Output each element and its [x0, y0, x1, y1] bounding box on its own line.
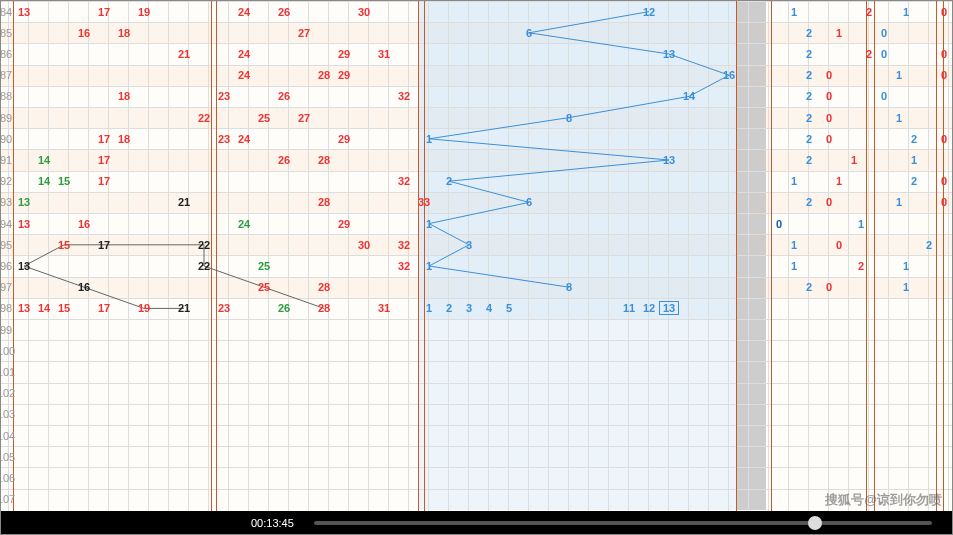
- cell-value: 18: [114, 90, 134, 102]
- cell-value: 17: [94, 133, 114, 145]
- cell-value: 0: [934, 196, 953, 208]
- cell-value: 1: [784, 175, 804, 187]
- chart-container: 8485868788899091929394959697989910010110…: [0, 0, 953, 535]
- cell-value: 2: [919, 239, 939, 251]
- cell-value: 88: [0, 90, 16, 102]
- cell-value: 13: [14, 6, 34, 18]
- cell-value: 0: [819, 281, 839, 293]
- cell-value: 28: [314, 302, 334, 314]
- cell-value: 28: [314, 281, 334, 293]
- cell-value: 17: [94, 302, 114, 314]
- cell-value: 12: [639, 302, 659, 314]
- cell-value: 23: [214, 133, 234, 145]
- cell-value: 2: [799, 196, 819, 208]
- cell-value: 30: [354, 239, 374, 251]
- cell-value: 2: [799, 69, 819, 81]
- cell-value: 13: [14, 218, 34, 230]
- cell-value: 17: [94, 175, 114, 187]
- period-row: [1, 171, 952, 192]
- cell-value: 1: [896, 260, 916, 272]
- cell-value: 107: [0, 493, 16, 505]
- cell-value: 1: [896, 281, 916, 293]
- cell-value: 0: [829, 239, 849, 251]
- cell-value: 85: [0, 27, 16, 39]
- cell-value: 101: [0, 366, 16, 378]
- video-controls[interactable]: 00:13:45: [1, 511, 952, 534]
- cell-value: 2: [799, 112, 819, 124]
- cell-value: 13: [14, 302, 34, 314]
- cell-value: 92: [0, 175, 16, 187]
- cell-value: 0: [819, 69, 839, 81]
- cell-value: 19: [134, 302, 154, 314]
- cell-value: 2: [799, 27, 819, 39]
- cell-value: 14: [679, 90, 699, 102]
- cell-value: 0: [934, 69, 953, 81]
- cell-value: 13: [659, 48, 679, 60]
- cell-value: 14: [34, 154, 54, 166]
- cell-value: 24: [234, 69, 254, 81]
- cell-value: 1: [419, 302, 439, 314]
- cell-value: 0: [769, 218, 789, 230]
- cell-value: 0: [934, 175, 953, 187]
- cell-value: 21: [174, 302, 194, 314]
- cell-value: 1: [784, 239, 804, 251]
- cell-value: 28: [314, 69, 334, 81]
- cell-value: 3: [459, 302, 479, 314]
- cell-value: 1: [904, 154, 924, 166]
- cell-value: 105: [0, 451, 16, 463]
- cell-value: 15: [54, 175, 74, 187]
- cell-value: 16: [74, 218, 94, 230]
- cell-value: 26: [274, 6, 294, 18]
- period-row: [1, 340, 952, 361]
- cell-value: 17: [94, 6, 114, 18]
- cell-value: 27: [294, 27, 314, 39]
- cell-value: 5: [499, 302, 519, 314]
- cell-value: 28: [314, 196, 334, 208]
- cell-value: 1: [844, 154, 864, 166]
- cell-value: 2: [799, 154, 819, 166]
- cell-value: 2: [851, 260, 871, 272]
- cell-value: 25: [254, 260, 274, 272]
- cell-value: 26: [274, 302, 294, 314]
- cell-value: 32: [394, 239, 414, 251]
- slider-knob[interactable]: [808, 516, 822, 530]
- cell-value: 89: [0, 112, 16, 124]
- cell-value: 103: [0, 408, 16, 420]
- cell-value: 31: [374, 48, 394, 60]
- cell-value: 0: [934, 6, 953, 18]
- cell-value: 0: [819, 196, 839, 208]
- cell-value: 22: [194, 239, 214, 251]
- cell-value: 1: [896, 6, 916, 18]
- cell-value: 102: [0, 387, 16, 399]
- cell-value: 8: [559, 112, 579, 124]
- cell-value: 21: [174, 196, 194, 208]
- cell-value: 12: [639, 6, 659, 18]
- cell-value: 1: [419, 218, 439, 230]
- cell-value: 15: [54, 239, 74, 251]
- cell-value: 28: [314, 154, 334, 166]
- cell-value: 97: [0, 281, 16, 293]
- cell-value: 1: [829, 27, 849, 39]
- cell-value: 23: [214, 90, 234, 102]
- cell-value: 32: [394, 90, 414, 102]
- cell-value: 1: [419, 133, 439, 145]
- cell-value: 31: [374, 302, 394, 314]
- cell-value: 24: [234, 48, 254, 60]
- cell-value: 0: [819, 133, 839, 145]
- cell-value: 104: [0, 430, 16, 442]
- cell-value: 13: [14, 260, 34, 272]
- cell-value: 14: [34, 302, 54, 314]
- cell-value: 29: [334, 218, 354, 230]
- cell-value: 29: [334, 69, 354, 81]
- period-row: [1, 467, 952, 488]
- cell-value: 1: [784, 260, 804, 272]
- cell-value: 100: [0, 345, 16, 357]
- cell-value: 17: [94, 154, 114, 166]
- progress-slider[interactable]: [314, 521, 932, 525]
- cell-value: 1: [851, 218, 871, 230]
- period-row: [1, 425, 952, 446]
- cell-value: 8: [559, 281, 579, 293]
- cell-value: 29: [334, 48, 354, 60]
- cell-value: 0: [819, 112, 839, 124]
- period-row: [1, 319, 952, 340]
